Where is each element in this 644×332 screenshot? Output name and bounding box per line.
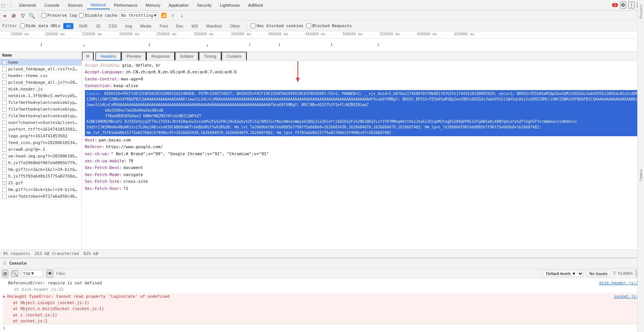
error-source-link[interactable]: socket.js:1 xyxy=(611,294,641,300)
preserve-log-checkbox[interactable] xyxy=(41,13,46,18)
file-name: hm.gif?cc=1&ck=1&cl=24-bit&ds=15. xyxy=(8,167,79,172)
eye-icon-button[interactable]: 👁 xyxy=(47,270,53,277)
console-clear-button[interactable]: ⊘ xyxy=(2,270,8,277)
ruler-7: 400000 ms xyxy=(268,32,288,36)
list-item[interactable]: h.js?f5f83a6d8b15775a02760dc5f490b xyxy=(0,173,82,180)
settings-button[interactable]: ⚙ xyxy=(620,1,626,9)
list-item[interactable]: file?method=plantcookie&type=stoke xyxy=(0,113,82,119)
overflow-button[interactable]: ⋮ xyxy=(628,1,635,9)
sidebar-project-label[interactable]: Project xyxy=(639,3,643,20)
record-button[interactable]: ● xyxy=(1,12,8,19)
header-val: cross-site xyxy=(123,178,148,185)
list-item[interactable]: pcloud_feedpage_all.js?t=2020061053- xyxy=(0,79,82,86)
list-item[interactable]: yunfont.ttf?t=1614741853502?mmv0 xyxy=(0,126,82,133)
disable-cache-label[interactable]: Disable cache xyxy=(79,13,117,18)
log-source-link[interactable]: disk.header.js:23 xyxy=(596,280,641,287)
ruler-6: 350000 ms xyxy=(231,32,251,36)
list-item[interactable]: header-theme.css xyxy=(0,73,82,79)
preview-tab[interactable]: Preview xyxy=(121,52,146,61)
list-item[interactable]: logo.png?t=1614741853502 xyxy=(0,133,82,140)
ruler-8: 450000 ms xyxy=(305,32,325,36)
headers-tab[interactable]: Headers xyxy=(95,52,121,61)
sidebar-commit-label[interactable]: Commit xyxy=(639,167,643,183)
type-all[interactable]: All xyxy=(63,23,73,29)
console-levels-select[interactable]: Default levels ▼ xyxy=(543,270,584,277)
stop-button[interactable]: ⊘ xyxy=(10,12,17,19)
console-log-area: ReferenceError: require is not defined a… xyxy=(0,278,644,324)
top-context-arrow: ▼ xyxy=(31,271,34,276)
list-item[interactable]: user?channel=chunlei&clienttype=0& xyxy=(0,119,82,126)
type-ws[interactable]: WS xyxy=(189,23,201,29)
throttling-select-wrapper[interactable]: No throttling ▼ xyxy=(119,12,159,19)
tab-security[interactable]: Security xyxy=(193,1,216,9)
close-panel-button[interactable]: ✕ xyxy=(82,52,94,61)
type-doc[interactable]: Doc xyxy=(173,23,186,29)
tab-adblock[interactable]: AdBlock xyxy=(244,1,267,9)
blocked-requests-checkbox[interactable] xyxy=(306,23,311,28)
file-icon xyxy=(2,67,7,71)
type-css[interactable]: CSS xyxy=(106,23,120,29)
tab-sources[interactable]: Sources xyxy=(64,1,86,9)
list-item[interactable]: 21.gif xyxy=(0,180,82,186)
list-item[interactable]: file?method=plantcookie&type=stoke xyxy=(0,106,82,113)
list-item[interactable]: h.js?7a3960b6f067eb0085b7f96ff5e660 xyxy=(0,160,82,166)
tab-console[interactable]: Console xyxy=(41,1,63,9)
log-text-block: ReferenceError: require is not defined a… xyxy=(8,280,102,293)
tab-network[interactable]: Network xyxy=(87,1,109,9)
hide-data-urls-checkbox[interactable] xyxy=(20,23,25,28)
header-val: pan.baidu.com xyxy=(99,137,131,144)
list-item[interactable]: feed_icon.png?t=202006105344?@=-1 xyxy=(0,140,82,146)
preserve-log-label[interactable]: Preserve log xyxy=(41,13,77,18)
list-item[interactable]: hm.gif?cc=1&ck=1&cl=24-bit&ds=15. xyxy=(0,186,82,193)
console-input-row: ❯ xyxy=(0,324,644,332)
cookies-tab[interactable]: Cookies xyxy=(221,52,247,61)
import-button[interactable]: ↑ xyxy=(169,12,176,19)
top-context-wrapper[interactable]: top ▼ xyxy=(21,270,44,277)
type-xhr[interactable]: XHR xyxy=(76,23,90,29)
no-issues-button[interactable]: No Issues xyxy=(587,271,610,277)
tab-memory[interactable]: Memory xyxy=(142,1,164,9)
export-button[interactable]: ↓ xyxy=(178,12,185,19)
header-val: keep-alive xyxy=(114,83,138,89)
error-sub-4: at socket.js:1 xyxy=(7,318,170,324)
list-item[interactable]: sm-head-img.png?t=20200610534479 xyxy=(0,153,82,160)
type-manifest[interactable]: Manifest xyxy=(204,23,224,29)
type-js[interactable]: JS xyxy=(93,23,103,29)
list-item[interactable]: file?method=plantcookie&type=ett xyxy=(0,99,82,106)
tab-performance[interactable]: Performance xyxy=(110,1,141,9)
header-key: Sec-Fetch-User: xyxy=(85,185,122,192)
list-item[interactable]: user?bdstoken=8717a6a950cd6cf5a10 xyxy=(0,193,82,200)
timeline-ruler: 50000 ms 100000 ms 150000 ms 200000 ms 2… xyxy=(0,31,644,39)
list-item[interactable]: pcloud_feedpage_all.css?t=202006105 xyxy=(0,66,82,73)
list-item[interactable]: arrawR.png?@=-1 xyxy=(0,146,82,153)
type-media[interactable]: Media xyxy=(138,23,154,29)
file-name: 21.gif xyxy=(8,181,23,185)
expand-arrow-icon[interactable]: ▶ xyxy=(3,294,6,300)
list-item[interactable]: hm.gif?cc=1&ck=1&cl=24-bit&ds=15. xyxy=(0,166,82,173)
filter-toggle-button[interactable]: ▽ xyxy=(19,12,26,19)
response-tab[interactable]: Response xyxy=(146,52,175,61)
file-icon xyxy=(2,121,7,125)
wifi-icon[interactable]: 📶 xyxy=(160,12,167,19)
console-filter-button[interactable]: 🔍 xyxy=(11,270,18,277)
tab-elements[interactable]: Elements xyxy=(15,1,40,9)
initiator-tab[interactable]: Initiator xyxy=(175,52,199,61)
type-img[interactable]: Img xyxy=(122,23,134,29)
console-input[interactable] xyxy=(8,326,641,331)
has-blocked-label[interactable]: Has blocked cookies xyxy=(251,23,303,28)
console-filter-input[interactable] xyxy=(56,271,540,276)
type-other[interactable]: Other xyxy=(227,23,243,29)
has-blocked-checkbox[interactable] xyxy=(251,23,255,28)
disable-cache-checkbox[interactable] xyxy=(79,13,84,18)
list-item[interactable]: home xyxy=(0,59,82,66)
hide-data-urls-label[interactable]: Hide data URLs xyxy=(20,23,61,28)
list-item[interactable]: disk.header.js xyxy=(0,86,82,93)
tab-application[interactable]: Application xyxy=(165,1,192,9)
blocked-requests-label[interactable]: Blocked Requests xyxy=(306,23,352,28)
list-item[interactable]: netdisk.1.3f5b9bc5.meYvcyU5NUMISR xyxy=(0,93,82,99)
search-button[interactable]: 🔍 xyxy=(28,12,35,19)
tab-lighthouse[interactable]: Lighthouse xyxy=(216,1,244,9)
timing-tab[interactable]: Timing xyxy=(199,52,221,61)
file-icon xyxy=(2,114,7,118)
type-font[interactable]: Font xyxy=(157,23,170,29)
